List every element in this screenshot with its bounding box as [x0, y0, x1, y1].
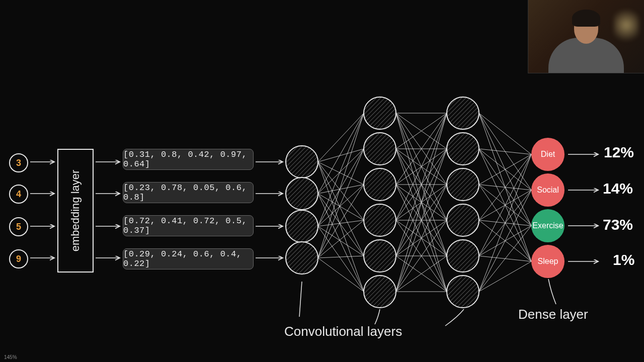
- svg-point-28: [447, 240, 479, 272]
- svg-line-90: [479, 113, 531, 154]
- svg-line-94: [479, 149, 531, 154]
- zoom-indicator: 145%: [4, 354, 17, 360]
- svg-point-17: [286, 242, 318, 274]
- input-node-1: 4: [9, 185, 28, 204]
- svg-point-29: [447, 276, 479, 308]
- svg-line-53: [318, 258, 364, 292]
- svg-point-25: [447, 133, 479, 165]
- svg-line-43: [318, 149, 364, 226]
- svg-point-22: [364, 240, 396, 272]
- embedding-vector-2: [0.72, 0.41, 0.72, 0.5, 0.37]: [123, 215, 254, 236]
- svg-point-20: [364, 168, 396, 201]
- svg-point-16: [286, 210, 318, 242]
- output-exercise: Exercise: [531, 209, 565, 242]
- svg-point-18: [364, 97, 396, 129]
- conv-layers-label: Convolutional layers: [284, 324, 402, 339]
- svg-point-15: [286, 177, 318, 210]
- embedding-vector-1: [0.23, 0.78, 0.05, 0.6, 0.8]: [123, 182, 254, 203]
- svg-point-19: [364, 133, 396, 165]
- embedding-layer-box: embedding layer: [57, 149, 94, 273]
- output-diet: Diet: [531, 138, 565, 171]
- svg-line-36: [318, 113, 364, 194]
- output-sleep: Sleep: [531, 245, 565, 278]
- embedding-vector-3: [0.29, 0.24, 0.6, 0.4, 0.22]: [123, 248, 254, 269]
- dense-layer-label: Dense layer: [518, 307, 588, 322]
- svg-point-27: [447, 204, 479, 236]
- svg-line-39: [318, 194, 364, 220]
- svg-line-30: [318, 113, 364, 162]
- svg-line-48: [318, 113, 364, 258]
- pct-social: 14%: [603, 180, 633, 197]
- svg-line-33: [318, 162, 364, 220]
- input-node-2: 5: [9, 217, 28, 236]
- svg-line-102: [479, 154, 531, 220]
- svg-line-41: [318, 194, 364, 292]
- embedding-vector-0: [0.31, 0.8, 0.42, 0.97, 0.64]: [123, 149, 254, 170]
- svg-line-52: [318, 256, 364, 258]
- input-node-3: 9: [9, 249, 28, 268]
- svg-point-23: [364, 276, 396, 308]
- input-node-0: 3: [9, 153, 28, 172]
- svg-line-112: [479, 226, 531, 292]
- webcam-overlay: [528, 0, 644, 73]
- svg-point-14: [286, 146, 318, 178]
- svg-point-21: [364, 204, 396, 236]
- pct-diet: 12%: [604, 144, 634, 161]
- svg-point-26: [447, 168, 479, 201]
- pct-sleep: 1%: [613, 251, 634, 268]
- svg-line-110: [479, 154, 531, 292]
- output-social: Social: [531, 173, 565, 207]
- svg-point-24: [447, 97, 479, 129]
- svg-line-51: [318, 220, 364, 258]
- pct-exercise: 73%: [603, 216, 633, 233]
